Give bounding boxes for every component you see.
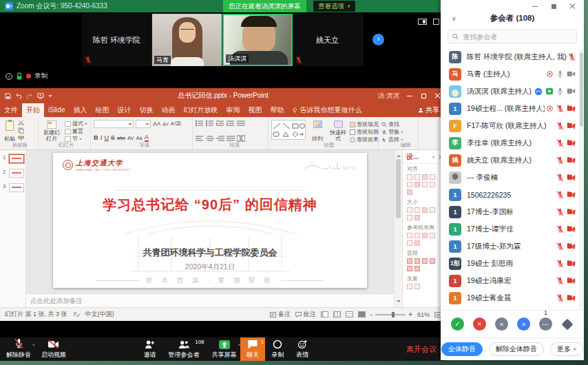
scroll-up-icon[interactable] xyxy=(397,153,401,157)
participant-row[interactable]: 119硕士程... (联席主持人) xyxy=(441,100,578,117)
participant-row[interactable]: 陈陈哲 环境学院 (联席主持人, 我) xyxy=(441,48,578,65)
islide-tool-icon[interactable] xyxy=(430,233,435,238)
info-icon[interactable]: i xyxy=(6,73,12,80)
participant-row[interactable]: 李李佳幸 (联席主持人) xyxy=(441,134,578,152)
islide-tool-icon[interactable] xyxy=(430,258,435,264)
shapes-gallery[interactable] xyxy=(271,120,306,140)
toolbar-button-share-screen[interactable]: 共享屏幕 xyxy=(206,337,243,361)
numbering-button[interactable] xyxy=(206,120,214,127)
increase-indent-button[interactable] xyxy=(227,120,235,127)
justify-button[interactable] xyxy=(227,135,235,142)
islide-tool-icon[interactable] xyxy=(407,182,412,187)
tab-设计[interactable]: 设计 xyxy=(113,103,135,117)
islide-tool-icon[interactable] xyxy=(430,174,435,180)
tab-iSlide[interactable]: iSlide xyxy=(44,103,69,117)
tab-帮助[interactable]: 帮助 xyxy=(266,103,288,117)
participant-row[interactable]: 119硕士冯康宏 xyxy=(441,272,578,289)
decrease-font-icon[interactable]: A˅ xyxy=(162,122,169,127)
islide-tool-icon[interactable] xyxy=(414,174,420,180)
layout-button[interactable]: 版式 xyxy=(65,120,87,127)
zoom-out-button[interactable]: - xyxy=(370,311,372,318)
panel-close-button[interactable] xyxy=(569,3,576,10)
islide-tool-icon[interactable] xyxy=(414,240,420,246)
toolbar-button-mic-muted[interactable]: 解除静音 xyxy=(0,337,37,361)
islide-tool-icon[interactable] xyxy=(414,215,420,220)
participant-row[interactable]: 119硕士蒋金晨 xyxy=(441,289,578,306)
unmute-all-button[interactable]: 解除全体静音 xyxy=(489,342,544,356)
slide-sorter-view-button[interactable] xyxy=(333,311,341,317)
decrease-indent-button[interactable] xyxy=(216,120,224,127)
chevron-down-icon[interactable]: ∨ xyxy=(452,12,456,25)
islide-tool-icon[interactable] xyxy=(422,207,428,213)
customize-qat-icon[interactable] xyxy=(48,95,52,99)
new-slide-button[interactable]: 新建幻灯片 xyxy=(41,119,62,142)
tab-插入[interactable]: 插入 xyxy=(69,103,91,117)
find-button[interactable]: 查找 xyxy=(381,121,403,128)
islide-tool-icon[interactable] xyxy=(414,182,420,187)
participants-scrollbar[interactable] xyxy=(579,48,583,310)
ppt-maximize-button[interactable] xyxy=(420,92,427,99)
tab-绘图[interactable]: 绘图 xyxy=(91,103,113,117)
comments-toggle[interactable]: 批注 xyxy=(295,310,316,319)
scrollbar-thumb[interactable] xyxy=(396,159,401,218)
islide-tool-icon[interactable] xyxy=(407,174,412,180)
toolbar-button-participants[interactable]: 管理参会者108 xyxy=(162,337,206,361)
participant-row[interactable]: 马马青 (主持人) xyxy=(441,65,578,83)
font-style-button-Aa[interactable]: Aa xyxy=(136,134,143,142)
islide-tool-icon[interactable] xyxy=(414,266,420,271)
font-style-button-S[interactable]: S xyxy=(111,134,115,142)
toolbar-button-invite[interactable]: 邀请 xyxy=(138,337,162,361)
zoom-slider-thumb[interactable] xyxy=(392,312,395,317)
shape-fill-button[interactable]: 形状填充 xyxy=(350,121,379,128)
next-videos-button[interactable]: › xyxy=(372,34,384,45)
shape-outline-button[interactable]: 形状轮廓 xyxy=(350,128,379,136)
align-left-button[interactable] xyxy=(196,135,204,142)
reaction-go-slower-button[interactable]: « xyxy=(495,317,508,331)
slide-scrollbar[interactable] xyxy=(394,150,402,307)
video-tile[interactable]: 马青 xyxy=(152,14,222,66)
zoom-in-button[interactable]: + xyxy=(408,311,412,318)
slideshow-icon[interactable] xyxy=(37,93,44,99)
slideshow-view-button[interactable] xyxy=(358,311,366,317)
slide-thumbnail[interactable]: 2 xyxy=(3,169,25,178)
islide-tool-icon[interactable] xyxy=(430,182,435,187)
participant-row[interactable]: 姚姚天立 (联席主持人) xyxy=(441,152,578,169)
islide-tool-icon[interactable] xyxy=(422,258,428,264)
font-style-button-I[interactable]: I xyxy=(101,134,103,142)
spellcheck-icon[interactable] xyxy=(73,311,80,317)
participant-row[interactable]: FF17-陈可欣 (联席主持人) xyxy=(441,117,578,134)
language-label[interactable]: 中文(中国) xyxy=(85,310,114,319)
align-right-button[interactable] xyxy=(216,135,224,142)
reaction-yes-button[interactable]: ✓ xyxy=(451,317,464,331)
reaction-more-button[interactable]: 1••• xyxy=(539,317,552,331)
islide-tool-icon[interactable] xyxy=(422,174,428,180)
islide-tool-icon[interactable] xyxy=(422,182,428,187)
islide-tool-icon[interactable] xyxy=(407,189,412,195)
font-size-select[interactable] xyxy=(136,120,151,128)
normal-view-button[interactable] xyxy=(321,311,328,317)
slide-thumbnail[interactable]: 1 xyxy=(3,154,25,163)
islide-tool-icon[interactable] xyxy=(414,284,420,289)
toolbar-button-camera-muted[interactable]: 启动视频 xyxy=(35,337,72,361)
tell-me-box[interactable]: 告诉我你想要做什么 xyxy=(288,103,366,117)
participant-row[interactable]: --- 李俊楠 xyxy=(441,169,578,186)
font-style-button-abc[interactable]: abc xyxy=(117,134,125,142)
islide-tool-icon[interactable] xyxy=(422,233,428,238)
font-style-button-U[interactable]: U xyxy=(105,134,109,142)
bullets-button[interactable] xyxy=(196,120,204,127)
more-button[interactable]: 更多∨ xyxy=(550,342,583,356)
notes-input[interactable]: 点击此处添加备注 xyxy=(26,293,394,307)
search-input[interactable] xyxy=(461,32,572,41)
align-center-button[interactable] xyxy=(206,135,214,142)
tab-审阅[interactable]: 审阅 xyxy=(222,103,244,117)
mute-all-button[interactable]: 全体静音 xyxy=(441,342,483,356)
paste-button[interactable]: 粘贴 xyxy=(4,119,15,142)
tab-切换[interactable]: 切换 xyxy=(135,103,157,117)
scroll-down-icon[interactable] xyxy=(397,300,401,304)
zoom-slider[interactable] xyxy=(375,314,406,315)
toolbar-button-reactions[interactable]: 表情 xyxy=(290,337,315,361)
islide-tool-icon[interactable] xyxy=(407,266,412,271)
islide-tool-icon[interactable] xyxy=(414,258,420,264)
tab-文件[interactable]: 文件 xyxy=(0,103,22,117)
tab-视图[interactable]: 视图 xyxy=(244,103,266,117)
